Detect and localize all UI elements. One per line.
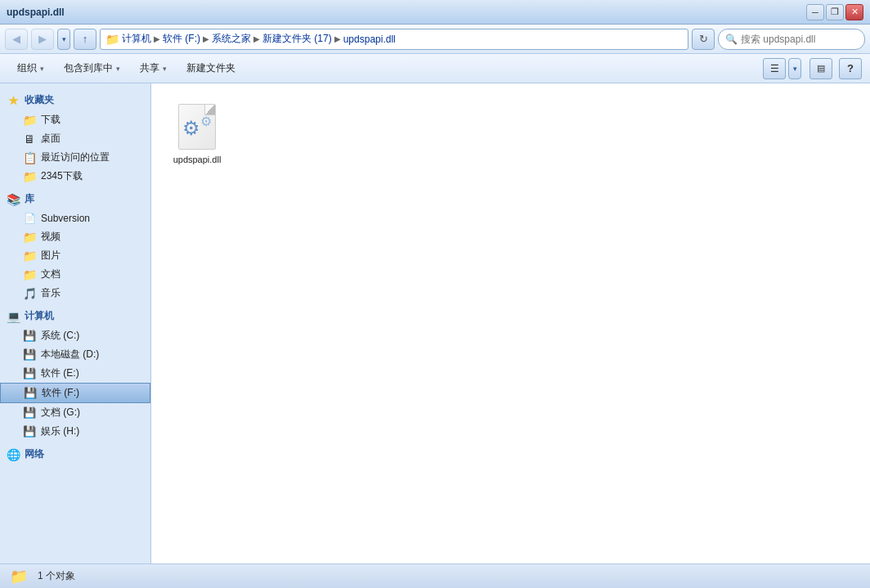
- dll-page: ⚙ ⚙: [178, 104, 216, 150]
- gear-big-icon: ⚙: [182, 117, 200, 140]
- new-folder-button[interactable]: 新建文件夹: [177, 57, 244, 80]
- sidebar-item-local-d[interactable]: 💾 本地磁盘 (D:): [0, 345, 150, 364]
- music-label: 音乐: [41, 286, 61, 300]
- images-label: 图片: [41, 249, 61, 263]
- sidebar-computer-header[interactable]: 💻 计算机: [0, 306, 150, 326]
- share-label: 共享: [140, 61, 159, 75]
- downloads-label: 下载: [41, 113, 61, 127]
- sidebar-item-docs-g[interactable]: 💾 文档 (G:): [0, 403, 150, 422]
- search-box[interactable]: 🔍: [718, 29, 865, 50]
- view-icon: ☰: [770, 63, 779, 74]
- search-input[interactable]: [741, 34, 847, 45]
- sidebar-section-favorites: ★ 收藏夹 📁 下载 🖥 桌面 📋 最近访问的位置 📁 2345下载: [0, 90, 150, 186]
- sidebar-section-computer: 💻 计算机 💾 系统 (C:) 💾 本地磁盘 (D:) 💾 软件 (E:) 💾 …: [0, 306, 150, 441]
- forward-icon: ▶: [38, 33, 47, 45]
- sidebar-item-software-f[interactable]: 💾 软件 (F:): [0, 383, 150, 403]
- main-area: ★ 收藏夹 📁 下载 🖥 桌面 📋 最近访问的位置 📁 2345下载: [0, 83, 870, 563]
- path-segment-xitongzhijia[interactable]: 系统之家: [212, 32, 251, 46]
- network-label: 网络: [25, 447, 44, 461]
- videos-label: 视频: [41, 230, 61, 244]
- library-label: 库: [25, 192, 34, 206]
- system-c-label: 系统 (C:): [41, 329, 79, 343]
- desktop-icon: 🖥: [23, 132, 36, 146]
- file-area: ⚙ ⚙ updspapi.dll: [151, 83, 870, 563]
- sidebar-item-subversion[interactable]: 📄 Subversion: [0, 209, 150, 227]
- network-icon: 🌐: [7, 448, 20, 461]
- help-button[interactable]: ?: [839, 58, 862, 79]
- refresh-icon: ↻: [699, 33, 708, 45]
- file-item-updspapi[interactable]: ⚙ ⚙ updspapi.dll: [164, 97, 230, 170]
- refresh-button[interactable]: ↻: [692, 29, 715, 50]
- search-glass-icon: 🔍: [725, 34, 738, 45]
- software-f-icon: 💾: [24, 387, 37, 400]
- titlebar: updspapi.dll ─ ❐ ✕: [0, 0, 870, 25]
- sidebar-item-docs[interactable]: 📁 文档: [0, 265, 150, 284]
- up-button[interactable]: ↑: [74, 29, 96, 50]
- back-button[interactable]: ◀: [5, 29, 28, 50]
- toolbar-view-buttons: ☰ ▾ ▤ ?: [763, 58, 862, 79]
- path-segment-newfolder[interactable]: 新建文件夹 (17): [262, 32, 332, 46]
- entertainment-h-icon: 💾: [23, 425, 36, 438]
- forward-button[interactable]: ▶: [31, 29, 54, 50]
- preview-pane-icon: ▤: [817, 63, 825, 74]
- computer-label: 计算机: [25, 309, 54, 323]
- sidebar-item-images[interactable]: 📁 图片: [0, 246, 150, 265]
- sidebar-item-system-c[interactable]: 💾 系统 (C:): [0, 326, 150, 345]
- titlebar-controls: ─ ❐ ✕: [806, 4, 863, 20]
- sidebar: ★ 收藏夹 📁 下载 🖥 桌面 📋 最近访问的位置 📁 2345下载: [0, 83, 151, 563]
- address-folder-icon: 📁: [105, 33, 119, 46]
- sidebar-favorites-header[interactable]: ★ 收藏夹: [0, 90, 150, 110]
- nav-dropdown-button[interactable]: ▾: [57, 29, 70, 50]
- organize-button[interactable]: 组织 ▾: [8, 57, 53, 80]
- music-icon: 🎵: [23, 287, 36, 300]
- recent-label: 最近访问的位置: [41, 150, 110, 164]
- sidebar-item-music[interactable]: 🎵 音乐: [0, 284, 150, 303]
- local-d-icon: 💾: [23, 348, 36, 361]
- 2345downloads-icon: 📁: [23, 170, 36, 183]
- sidebar-item-2345downloads[interactable]: 📁 2345下载: [0, 167, 150, 186]
- share-dropdown-icon: ▾: [163, 65, 167, 73]
- docs-g-label: 文档 (G:): [41, 406, 80, 420]
- close-button[interactable]: ✕: [845, 4, 863, 20]
- sidebar-item-entertainment-h[interactable]: 💾 娱乐 (H:): [0, 422, 150, 441]
- organize-label: 组织: [17, 61, 37, 75]
- docs-icon: 📁: [23, 268, 36, 281]
- statusbar: 📁 1 个对象: [0, 563, 870, 588]
- include-label: 包含到库中: [64, 61, 113, 75]
- path-segment-filename[interactable]: updspapi.dll: [343, 34, 396, 45]
- videos-icon: 📁: [23, 231, 36, 244]
- titlebar-title: updspapi.dll: [7, 7, 65, 18]
- path-segment-computer[interactable]: 计算机: [122, 32, 151, 46]
- sidebar-section-library: 📚 库 📄 Subversion 📁 视频 📁 图片 📁 文档 🎵 音乐: [0, 189, 150, 303]
- sidebar-library-header[interactable]: 📚 库: [0, 189, 150, 209]
- desktop-label: 桌面: [41, 132, 61, 146]
- sidebar-item-desktop[interactable]: 🖥 桌面: [0, 129, 150, 148]
- statusbar-count: 1 个对象: [38, 569, 75, 583]
- help-icon: ?: [847, 62, 854, 74]
- sidebar-item-software-e[interactable]: 💾 软件 (E:): [0, 364, 150, 383]
- share-button[interactable]: 共享 ▾: [131, 57, 176, 80]
- gear-overlay: ⚙ ⚙: [182, 114, 212, 140]
- sidebar-network-header[interactable]: 🌐 网络: [0, 444, 150, 465]
- restore-button[interactable]: ❐: [826, 4, 844, 20]
- entertainment-h-label: 娱乐 (H:): [41, 424, 79, 438]
- minimize-button[interactable]: ─: [806, 4, 824, 20]
- view-toggle-button[interactable]: ☰: [763, 58, 786, 79]
- statusbar-folder-icon: 📁: [10, 568, 28, 586]
- organize-dropdown-icon: ▾: [40, 65, 44, 73]
- docs-g-icon: 💾: [23, 406, 36, 420]
- subversion-icon: 📄: [23, 212, 36, 225]
- sidebar-item-recent[interactable]: 📋 最近访问的位置: [0, 148, 150, 167]
- recent-icon: 📋: [23, 151, 36, 164]
- sidebar-item-videos[interactable]: 📁 视频: [0, 227, 150, 246]
- include-library-button[interactable]: 包含到库中 ▾: [55, 57, 129, 80]
- view-dropdown-button[interactable]: ▾: [788, 58, 801, 79]
- file-item-name: updspapi.dll: [173, 155, 222, 164]
- path-segment-software-f[interactable]: 软件 (F:): [163, 32, 200, 46]
- library-icon: 📚: [7, 193, 20, 206]
- address-bar[interactable]: 📁 计算机 ▶ 软件 (F:) ▶ 系统之家 ▶ 新建文件夹 (17) ▶ up…: [100, 29, 688, 50]
- preview-pane-button[interactable]: ▤: [809, 58, 832, 79]
- sidebar-item-downloads[interactable]: 📁 下载: [0, 110, 150, 129]
- dll-icon: ⚙ ⚙: [176, 102, 218, 151]
- up-icon: ↑: [83, 33, 88, 45]
